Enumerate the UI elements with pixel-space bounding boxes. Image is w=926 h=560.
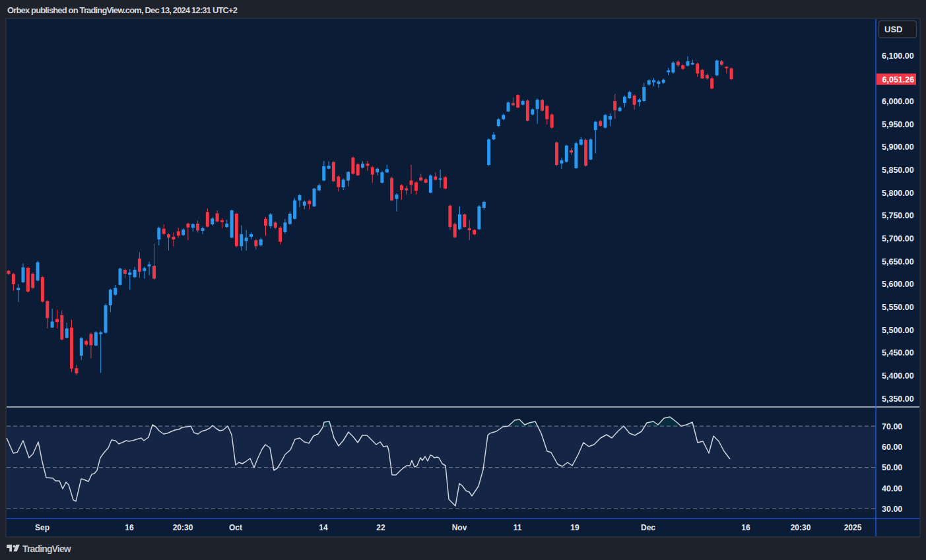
svg-text:5,450.00: 5,450.00 bbox=[882, 348, 914, 358]
svg-text:22: 22 bbox=[376, 523, 385, 532]
svg-text:TradingView: TradingView bbox=[22, 544, 71, 554]
svg-text:5,350.00: 5,350.00 bbox=[882, 394, 914, 404]
svg-text:5,550.00: 5,550.00 bbox=[882, 303, 914, 312]
svg-text:5,850.00: 5,850.00 bbox=[882, 166, 914, 175]
svg-text:Nov: Nov bbox=[452, 523, 467, 532]
svg-text:50.00: 50.00 bbox=[882, 463, 902, 472]
svg-text:70.00: 70.00 bbox=[882, 422, 902, 431]
svg-text:19: 19 bbox=[570, 523, 579, 532]
svg-text:Orbex published on TradingView: Orbex published on TradingView.com, Dec … bbox=[7, 5, 238, 15]
svg-text:USD: USD bbox=[884, 24, 902, 34]
svg-text:5,400.00: 5,400.00 bbox=[882, 371, 914, 381]
svg-text:20:30: 20:30 bbox=[791, 523, 811, 532]
svg-text:6,051.26: 6,051.26 bbox=[882, 75, 915, 84]
svg-text:5,500.00: 5,500.00 bbox=[882, 326, 914, 335]
svg-text:Sep: Sep bbox=[35, 523, 50, 532]
svg-text:16: 16 bbox=[741, 523, 750, 532]
svg-text:5,900.00: 5,900.00 bbox=[882, 142, 914, 152]
svg-text:5,950.00: 5,950.00 bbox=[882, 120, 914, 129]
svg-text:5,700.00: 5,700.00 bbox=[882, 234, 914, 243]
svg-text:60.00: 60.00 bbox=[882, 443, 902, 452]
svg-text:30.00: 30.00 bbox=[882, 505, 902, 514]
svg-text:Oct: Oct bbox=[229, 523, 242, 532]
svg-text:5,600.00: 5,600.00 bbox=[882, 280, 914, 289]
svg-text:2025: 2025 bbox=[844, 523, 862, 532]
svg-text:5,800.00: 5,800.00 bbox=[882, 189, 914, 198]
svg-text:Dec: Dec bbox=[641, 523, 655, 532]
svg-text:6,100.00: 6,100.00 bbox=[882, 51, 914, 61]
svg-text:14: 14 bbox=[319, 523, 328, 532]
svg-text:16: 16 bbox=[125, 523, 134, 532]
svg-text:5,650.00: 5,650.00 bbox=[882, 257, 914, 266]
svg-text:20:30: 20:30 bbox=[173, 523, 193, 532]
svg-text:40.00: 40.00 bbox=[882, 484, 902, 493]
svg-text:5,750.00: 5,750.00 bbox=[882, 211, 914, 220]
svg-text:11: 11 bbox=[513, 523, 522, 532]
svg-text:6,000.00: 6,000.00 bbox=[882, 97, 914, 106]
